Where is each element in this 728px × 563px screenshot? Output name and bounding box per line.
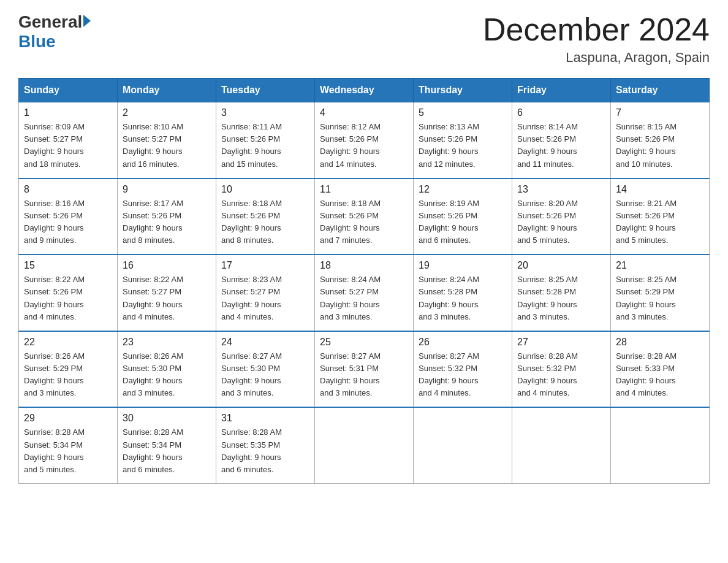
- day-number: 22: [24, 337, 112, 348]
- calendar-cell: 18Sunrise: 8:24 AMSunset: 5:27 PMDayligh…: [315, 255, 414, 331]
- logo: General Blue: [18, 12, 91, 52]
- calendar-cell: 13Sunrise: 8:20 AMSunset: 5:26 PMDayligh…: [512, 178, 611, 255]
- day-info: Sunrise: 8:23 AMSunset: 5:27 PMDaylight:…: [221, 274, 309, 323]
- calendar-cell: 3Sunrise: 8:11 AMSunset: 5:26 PMDaylight…: [216, 102, 315, 178]
- calendar-cell: 5Sunrise: 8:13 AMSunset: 5:26 PMDaylight…: [414, 102, 512, 178]
- day-number: 17: [221, 260, 309, 271]
- day-number: 25: [320, 337, 408, 348]
- calendar-cell: 27Sunrise: 8:28 AMSunset: 5:32 PMDayligh…: [512, 331, 611, 408]
- day-number: 28: [616, 337, 704, 348]
- day-info: Sunrise: 8:14 AMSunset: 5:26 PMDaylight:…: [517, 121, 605, 170]
- header-day-thursday: Thursday: [414, 79, 512, 102]
- calendar-cell: 28Sunrise: 8:28 AMSunset: 5:33 PMDayligh…: [611, 331, 710, 408]
- day-number: 15: [24, 260, 112, 271]
- day-info: Sunrise: 8:25 AMSunset: 5:28 PMDaylight:…: [517, 274, 605, 323]
- day-number: 19: [419, 260, 507, 271]
- calendar-body: 1Sunrise: 8:09 AMSunset: 5:27 PMDaylight…: [19, 102, 710, 484]
- day-info: Sunrise: 8:22 AMSunset: 5:27 PMDaylight:…: [123, 274, 211, 323]
- day-info: Sunrise: 8:24 AMSunset: 5:27 PMDaylight:…: [320, 274, 408, 323]
- day-number: 30: [123, 413, 211, 424]
- day-number: 23: [123, 337, 211, 348]
- header-row: SundayMondayTuesdayWednesdayThursdayFrid…: [19, 79, 710, 102]
- day-info: Sunrise: 8:09 AMSunset: 5:27 PMDaylight:…: [24, 121, 112, 170]
- calendar-cell: 20Sunrise: 8:25 AMSunset: 5:28 PMDayligh…: [512, 255, 611, 331]
- calendar-cell: 10Sunrise: 8:18 AMSunset: 5:26 PMDayligh…: [216, 178, 315, 255]
- day-number: 29: [24, 413, 112, 424]
- calendar-week-4: 22Sunrise: 8:26 AMSunset: 5:29 PMDayligh…: [19, 331, 710, 408]
- calendar-cell: 23Sunrise: 8:26 AMSunset: 5:30 PMDayligh…: [118, 331, 216, 408]
- calendar-cell: 25Sunrise: 8:27 AMSunset: 5:31 PMDayligh…: [315, 331, 414, 408]
- day-number: 1: [24, 107, 112, 118]
- calendar-week-3: 15Sunrise: 8:22 AMSunset: 5:26 PMDayligh…: [19, 255, 710, 331]
- calendar-week-2: 8Sunrise: 8:16 AMSunset: 5:26 PMDaylight…: [19, 178, 710, 255]
- day-number: 6: [517, 107, 605, 118]
- day-number: 14: [616, 184, 704, 195]
- day-number: 13: [517, 184, 605, 195]
- calendar-cell: 29Sunrise: 8:28 AMSunset: 5:34 PMDayligh…: [19, 407, 118, 483]
- calendar-cell: 16Sunrise: 8:22 AMSunset: 5:27 PMDayligh…: [118, 255, 216, 331]
- month-title: December 2024: [483, 12, 710, 47]
- day-info: Sunrise: 8:26 AMSunset: 5:29 PMDaylight:…: [24, 350, 112, 400]
- day-number: 27: [517, 337, 605, 348]
- header-day-tuesday: Tuesday: [216, 79, 315, 102]
- day-info: Sunrise: 8:27 AMSunset: 5:31 PMDaylight:…: [320, 350, 408, 400]
- title-block: December 2024 Laspuna, Aragon, Spain: [483, 12, 710, 66]
- day-info: Sunrise: 8:19 AMSunset: 5:26 PMDaylight:…: [419, 197, 507, 247]
- day-info: Sunrise: 8:13 AMSunset: 5:26 PMDaylight:…: [419, 121, 507, 170]
- day-number: 2: [123, 107, 211, 118]
- day-info: Sunrise: 8:18 AMSunset: 5:26 PMDaylight:…: [320, 197, 408, 247]
- day-info: Sunrise: 8:24 AMSunset: 5:28 PMDaylight:…: [419, 274, 507, 323]
- day-info: Sunrise: 8:20 AMSunset: 5:26 PMDaylight:…: [517, 197, 605, 247]
- calendar-cell: 30Sunrise: 8:28 AMSunset: 5:34 PMDayligh…: [118, 407, 216, 483]
- calendar-header: SundayMondayTuesdayWednesdayThursdayFrid…: [19, 79, 710, 102]
- day-number: 16: [123, 260, 211, 271]
- day-info: Sunrise: 8:18 AMSunset: 5:26 PMDaylight:…: [221, 197, 309, 247]
- calendar-cell: 15Sunrise: 8:22 AMSunset: 5:26 PMDayligh…: [19, 255, 118, 331]
- header-day-monday: Monday: [118, 79, 216, 102]
- day-info: Sunrise: 8:26 AMSunset: 5:30 PMDaylight:…: [123, 350, 211, 400]
- day-number: 31: [221, 413, 309, 424]
- day-info: Sunrise: 8:28 AMSunset: 5:35 PMDaylight:…: [221, 426, 309, 476]
- calendar-cell: 6Sunrise: 8:14 AMSunset: 5:26 PMDaylight…: [512, 102, 611, 178]
- day-info: Sunrise: 8:17 AMSunset: 5:26 PMDaylight:…: [123, 197, 211, 247]
- day-number: 21: [616, 260, 704, 271]
- day-number: 10: [221, 184, 309, 195]
- day-info: Sunrise: 8:15 AMSunset: 5:26 PMDaylight:…: [616, 121, 704, 170]
- calendar-week-1: 1Sunrise: 8:09 AMSunset: 5:27 PMDaylight…: [19, 102, 710, 178]
- day-info: Sunrise: 8:28 AMSunset: 5:34 PMDaylight:…: [123, 426, 211, 476]
- location-title: Laspuna, Aragon, Spain: [483, 50, 710, 66]
- day-info: Sunrise: 8:28 AMSunset: 5:32 PMDaylight:…: [517, 350, 605, 400]
- calendar-week-5: 29Sunrise: 8:28 AMSunset: 5:34 PMDayligh…: [19, 407, 710, 483]
- calendar-cell: 14Sunrise: 8:21 AMSunset: 5:26 PMDayligh…: [611, 178, 710, 255]
- day-info: Sunrise: 8:10 AMSunset: 5:27 PMDaylight:…: [123, 121, 211, 170]
- day-number: 5: [419, 107, 507, 118]
- day-number: 8: [24, 184, 112, 195]
- day-number: 4: [320, 107, 408, 118]
- day-number: 20: [517, 260, 605, 271]
- day-info: Sunrise: 8:16 AMSunset: 5:26 PMDaylight:…: [24, 197, 112, 247]
- header-day-wednesday: Wednesday: [315, 79, 414, 102]
- day-info: Sunrise: 8:22 AMSunset: 5:26 PMDaylight:…: [24, 274, 112, 323]
- calendar-cell: 26Sunrise: 8:27 AMSunset: 5:32 PMDayligh…: [414, 331, 512, 408]
- calendar-cell: [512, 407, 611, 483]
- calendar-cell: 1Sunrise: 8:09 AMSunset: 5:27 PMDaylight…: [19, 102, 118, 178]
- header-day-friday: Friday: [512, 79, 611, 102]
- calendar-cell: 9Sunrise: 8:17 AMSunset: 5:26 PMDaylight…: [118, 178, 216, 255]
- day-info: Sunrise: 8:28 AMSunset: 5:34 PMDaylight:…: [24, 426, 112, 476]
- calendar-cell: [611, 407, 710, 483]
- calendar-cell: [414, 407, 512, 483]
- day-number: 9: [123, 184, 211, 195]
- day-info: Sunrise: 8:28 AMSunset: 5:33 PMDaylight:…: [616, 350, 704, 400]
- calendar-cell: 19Sunrise: 8:24 AMSunset: 5:28 PMDayligh…: [414, 255, 512, 331]
- day-number: 26: [419, 337, 507, 348]
- day-info: Sunrise: 8:25 AMSunset: 5:29 PMDaylight:…: [616, 274, 704, 323]
- header-day-sunday: Sunday: [19, 79, 118, 102]
- day-number: 18: [320, 260, 408, 271]
- calendar-cell: [315, 407, 414, 483]
- calendar-cell: 8Sunrise: 8:16 AMSunset: 5:26 PMDaylight…: [19, 178, 118, 255]
- calendar-cell: 24Sunrise: 8:27 AMSunset: 5:30 PMDayligh…: [216, 331, 315, 408]
- page-header: General Blue December 2024 Laspuna, Arag…: [18, 12, 710, 66]
- day-info: Sunrise: 8:12 AMSunset: 5:26 PMDaylight:…: [320, 121, 408, 170]
- calendar-cell: 2Sunrise: 8:10 AMSunset: 5:27 PMDaylight…: [118, 102, 216, 178]
- calendar-table: SundayMondayTuesdayWednesdayThursdayFrid…: [18, 78, 710, 484]
